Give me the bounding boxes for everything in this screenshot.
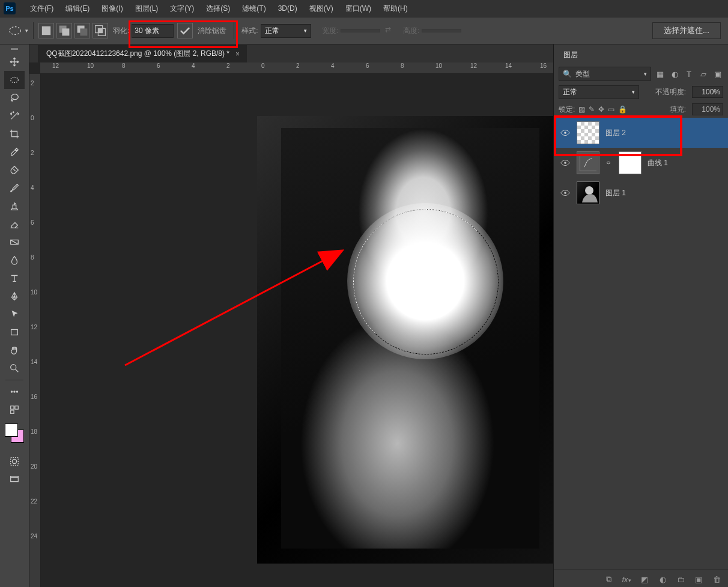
pen-tool[interactable] — [4, 287, 25, 305]
selection-intersect-icon[interactable] — [93, 23, 108, 38]
svg-rect-18 — [15, 406, 18, 409]
path-select-tool[interactable] — [4, 305, 25, 323]
filter-smart-icon[interactable]: ▣ — [712, 68, 723, 79]
new-group-icon[interactable]: 🗀 — [675, 575, 686, 584]
zoom-tool[interactable] — [4, 359, 25, 377]
foreground-color-swatch[interactable] — [5, 424, 18, 437]
panel-grip-icon[interactable] — [10, 48, 19, 50]
layer-fx-icon[interactable]: fx▾ — [621, 575, 632, 584]
visibility-eye-icon[interactable] — [560, 157, 571, 168]
selection-new-icon[interactable] — [38, 23, 54, 38]
menu-filter[interactable]: 滤镜(T) — [236, 1, 271, 16]
layer-name[interactable]: 图层 1 — [605, 188, 626, 198]
layer-row[interactable]: 图层 1 — [554, 178, 728, 208]
move-tool[interactable] — [4, 53, 25, 71]
current-tool-icon[interactable] — [7, 23, 23, 38]
select-and-mask-button[interactable]: 选择并遮住... — [652, 22, 721, 39]
delete-layer-icon[interactable]: 🗑 — [711, 575, 722, 584]
tool-preset-chevron-icon[interactable]: ▾ — [25, 28, 28, 34]
menu-help[interactable]: 帮助(H) — [377, 1, 414, 16]
svg-point-13 — [11, 365, 16, 370]
blend-mode-dropdown[interactable]: 正常 ▾ — [559, 85, 639, 99]
new-adjustment-icon[interactable]: ◐ — [657, 575, 668, 584]
ruler-vertical[interactable]: 2024681012141618202224 — [29, 74, 41, 587]
menu-edit[interactable]: 编辑(E) — [59, 1, 96, 16]
menu-layer[interactable]: 图层(L) — [129, 1, 165, 16]
fill-label: 填充: — [670, 105, 686, 115]
filter-shape-icon[interactable]: ▱ — [698, 68, 709, 79]
lock-position-icon[interactable]: ✥ — [598, 105, 604, 114]
ruler-horizontal[interactable]: 121086420246810121416 — [40, 62, 553, 74]
document-tab[interactable]: QQ截图20220412123642.png @ 100% (图层 2, RGB… — [38, 45, 247, 62]
layers-panel: 图层 🔍 类型 ▾ ▦ ◐ T ▱ ▣ 正常 ▾ 不透明度: 100% 锁定: … — [553, 44, 728, 587]
panel-tab-strip: 图层 — [554, 44, 728, 65]
filter-image-icon[interactable]: ▦ — [655, 68, 666, 79]
link-layers-icon[interactable]: ⧉ — [603, 574, 614, 584]
filter-type-icon[interactable]: T — [684, 68, 694, 79]
lock-transparent-icon[interactable]: ▨ — [578, 105, 585, 114]
layer-thumbnail[interactable] — [577, 121, 599, 144]
menu-3d[interactable]: 3D(D) — [272, 2, 303, 15]
more-tools-icon[interactable] — [4, 383, 25, 401]
magic-wand-tool[interactable] — [4, 107, 25, 125]
blend-mode-row: 正常 ▾ 不透明度: 100% — [554, 83, 728, 101]
rectangle-tool[interactable] — [4, 323, 25, 341]
screen-mode-icon[interactable] — [4, 470, 25, 488]
layer-mask-thumbnail[interactable] — [619, 151, 642, 174]
type-tool[interactable] — [4, 269, 25, 287]
lock-artboard-icon[interactable]: ▭ — [608, 105, 614, 114]
lock-all-icon[interactable]: 🔒 — [618, 105, 627, 114]
svg-point-27 — [585, 186, 593, 195]
ellipse-marquee-tool[interactable] — [4, 71, 25, 89]
menu-file[interactable]: 文件(F) — [24, 1, 59, 16]
lock-pixels-icon[interactable]: ✎ — [589, 105, 595, 114]
selection-subtract-icon[interactable] — [74, 23, 90, 38]
layers-tab[interactable]: 图层 — [554, 45, 587, 65]
svg-rect-8 — [98, 28, 102, 32]
layer-name[interactable]: 曲线 1 — [648, 158, 668, 168]
fill-input[interactable]: 100% — [692, 103, 723, 115]
mask-link-icon[interactable] — [605, 159, 613, 166]
gradient-tool[interactable] — [4, 233, 25, 251]
feather-input[interactable]: 30 像素 — [132, 24, 174, 38]
quick-mask-icon[interactable] — [4, 452, 25, 470]
filter-adjust-icon[interactable]: ◐ — [669, 68, 680, 79]
blur-tool[interactable] — [4, 251, 25, 269]
clone-stamp-tool[interactable] — [4, 197, 25, 215]
eyedropper-tool[interactable] — [4, 143, 25, 161]
tools-panel — [0, 44, 29, 587]
menu-type[interactable]: 文字(Y) — [164, 1, 200, 16]
brush-tool[interactable] — [4, 179, 25, 197]
layer-filter-dropdown[interactable]: 🔍 类型 ▾ — [559, 67, 651, 81]
add-mask-icon[interactable]: ◩ — [639, 575, 650, 584]
edit-toolbar-icon[interactable] — [4, 401, 25, 419]
menu-view[interactable]: 视图(V) — [303, 1, 339, 16]
close-tab-icon[interactable]: × — [235, 50, 240, 58]
selection-add-icon[interactable] — [56, 23, 72, 38]
new-layer-icon[interactable]: ▣ — [693, 575, 704, 584]
healing-brush-tool[interactable] — [4, 161, 25, 179]
visibility-eye-icon[interactable] — [560, 187, 571, 198]
menu-select[interactable]: 选择(S) — [200, 1, 236, 16]
layer-row[interactable]: 曲线 1 — [554, 148, 728, 178]
height-input — [422, 29, 461, 32]
separator — [33, 22, 34, 39]
layer-row[interactable]: 图层 2 — [554, 118, 728, 148]
color-swatches[interactable] — [4, 422, 25, 444]
opacity-input[interactable]: 100% — [692, 86, 723, 98]
canvas[interactable] — [41, 74, 553, 587]
menu-image[interactable]: 图像(I) — [96, 1, 129, 16]
layer-thumbnail[interactable] — [577, 181, 599, 204]
adjustment-thumbnail[interactable] — [577, 151, 599, 174]
menu-window[interactable]: 窗口(W) — [339, 1, 377, 16]
style-dropdown[interactable]: 正常 ▾ — [261, 24, 311, 38]
eraser-tool[interactable] — [4, 215, 25, 233]
visibility-eye-icon[interactable] — [560, 127, 571, 138]
layer-name[interactable]: 图层 2 — [605, 128, 626, 138]
svg-rect-3 — [62, 28, 69, 35]
hand-tool[interactable] — [4, 341, 25, 359]
crop-tool[interactable] — [4, 125, 25, 143]
svg-point-24 — [564, 132, 566, 134]
lasso-tool[interactable] — [4, 89, 25, 107]
antialias-checkbox[interactable] — [177, 23, 193, 38]
